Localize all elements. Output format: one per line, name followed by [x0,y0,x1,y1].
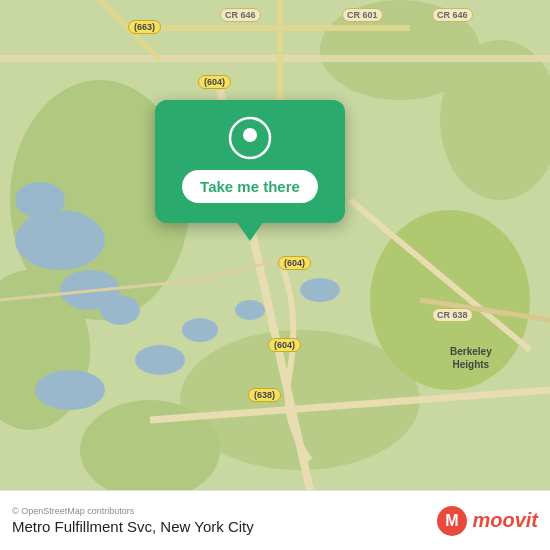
location-name: Metro Fulfillment Svc, New York City [12,518,254,535]
svg-point-11 [100,295,140,325]
cr646-right-badge: CR 646 [432,8,473,22]
route663-badge: (663) [128,20,161,34]
location-info: © OpenStreetMap contributors Metro Fulfi… [12,506,254,535]
cr638-badge: CR 638 [432,308,473,322]
bottom-bar: © OpenStreetMap contributors Metro Fulfi… [0,490,550,550]
svg-point-15 [135,345,185,375]
route604-mid-badge: (604) [278,256,311,270]
svg-point-12 [182,318,218,342]
svg-rect-17 [0,55,550,62]
moovit-text: moovit [472,509,538,532]
location-pin-icon [228,116,272,160]
route604-top-badge: (604) [198,75,231,89]
map-view[interactable]: CR 646 CR 646 CR 601 CR 638 (663) (604) … [0,0,550,490]
svg-point-10 [15,182,65,218]
svg-text:M: M [446,512,459,529]
svg-point-13 [235,300,265,320]
svg-point-14 [300,278,340,302]
route638-badge: (638) [248,388,281,402]
moovit-logo[interactable]: M moovit [436,505,538,537]
route604-bot-badge: (604) [268,338,301,352]
svg-point-8 [15,210,105,270]
take-me-there-button[interactable]: Take me there [182,170,318,203]
attribution-text: © OpenStreetMap contributors [12,506,254,516]
cr601-badge: CR 601 [342,8,383,22]
berkeley-heights-label: BerkeleyHeights [450,345,492,371]
moovit-brand-icon: M [436,505,468,537]
svg-point-16 [35,370,105,410]
location-popup: Take me there [155,100,345,223]
svg-rect-18 [140,25,410,31]
cr646-top-badge: CR 646 [220,8,261,22]
